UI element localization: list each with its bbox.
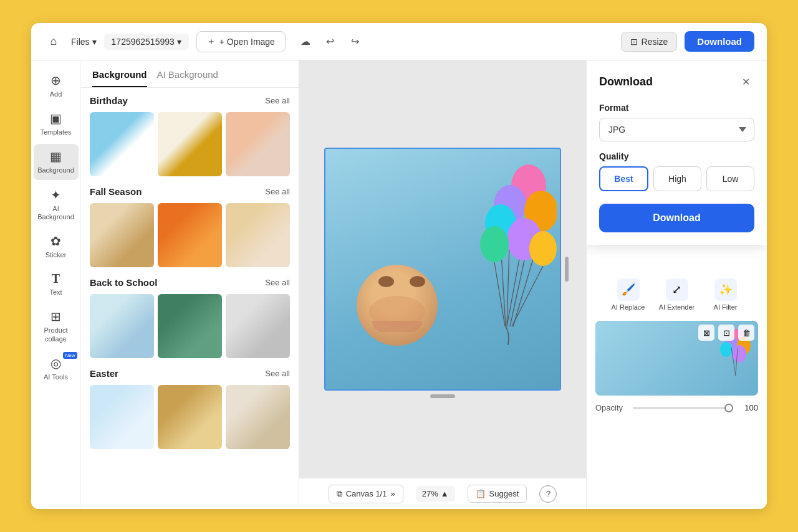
- quality-low-button[interactable]: Low: [706, 166, 754, 191]
- canvas-wrapper: [299, 60, 586, 478]
- sidebar-product-collage-label: Product collage: [40, 326, 72, 343]
- birthday-thumb-1[interactable]: [90, 112, 154, 176]
- sidebar-item-sticker[interactable]: ✿ Sticker: [34, 229, 79, 264]
- resize-button[interactable]: ⊡ Resize: [621, 32, 678, 52]
- download-dialog-button[interactable]: Download: [599, 204, 754, 232]
- section-birthday-header: Birthday See all: [90, 95, 290, 106]
- section-school-see-all[interactable]: See all: [265, 278, 290, 287]
- zoom-chevron-icon: ▲: [441, 489, 449, 498]
- opacity-value: 100: [739, 403, 758, 412]
- files-menu[interactable]: Files ▾: [71, 37, 97, 47]
- fall-thumb-2[interactable]: [158, 203, 222, 267]
- files-label: Files: [71, 37, 90, 47]
- canvas-area: ⧉ Canvas 1/1 » 27% ▲ 📋 Suggest ?: [299, 60, 586, 509]
- tab-ai-background[interactable]: AI Background: [157, 69, 218, 87]
- ai-filter-tool[interactable]: ✨ AI Filter: [704, 278, 748, 311]
- school-thumb-2[interactable]: [158, 294, 222, 358]
- layer-action-2[interactable]: ⊡: [718, 325, 734, 341]
- sidebar-sticker-label: Sticker: [46, 251, 67, 259]
- open-image-label: + Open Image: [219, 37, 275, 47]
- resize-icon: ⊡: [630, 37, 638, 47]
- layer-action-1[interactable]: ⊠: [698, 325, 714, 341]
- zoom-control[interactable]: 27% ▲: [416, 486, 455, 501]
- header-download-button[interactable]: Download: [685, 31, 754, 52]
- ai-filter-label: AI Filter: [714, 303, 738, 311]
- suggest-icon: 📋: [476, 489, 486, 498]
- open-image-icon: ＋: [207, 36, 216, 47]
- sidebar-templates-label: Templates: [40, 128, 71, 136]
- easter-thumb-2[interactable]: [158, 385, 222, 449]
- header: ⌂ Files ▾ 1725962515993 ▾ ＋ + Open Image…: [31, 23, 767, 60]
- vertical-scrollbar[interactable]: [565, 257, 569, 282]
- body-layout: ⊕ Add ▣ Templates ▦ Background ✦ AI Back…: [31, 60, 767, 509]
- fall-thumb-1[interactable]: [90, 203, 154, 267]
- sidebar-item-ai-background[interactable]: ✦ AI Background: [34, 183, 79, 226]
- easter-thumb-3[interactable]: [226, 385, 290, 449]
- cloud-sync-button[interactable]: ☁: [296, 32, 315, 52]
- tab-background[interactable]: Background: [92, 69, 147, 87]
- open-image-button[interactable]: ＋ + Open Image: [196, 31, 286, 52]
- panel-scroll[interactable]: Birthday See all Fall Season: [81, 88, 299, 509]
- sidebar-item-add[interactable]: ⊕ Add: [34, 68, 79, 103]
- easter-thumb-1[interactable]: [90, 385, 154, 449]
- canvas-info-label: Canvas 1/1: [346, 489, 387, 498]
- ai-extender-icon: ⤢: [666, 278, 688, 301]
- birthday-thumb-3[interactable]: [226, 112, 290, 176]
- fall-grid: [90, 203, 290, 267]
- filename-selector[interactable]: 1725962515993 ▾: [104, 34, 189, 50]
- birthday-thumb-2[interactable]: [158, 112, 222, 176]
- format-label: Format: [599, 103, 754, 113]
- easter-grid: [90, 385, 290, 449]
- sidebar-add-label: Add: [50, 90, 62, 98]
- redo-button[interactable]: ↪: [345, 32, 365, 52]
- download-dialog-label: Download: [653, 212, 700, 223]
- templates-icon: ▣: [50, 111, 62, 126]
- section-fall-see-all[interactable]: See all: [265, 187, 290, 196]
- layer-action-delete[interactable]: 🗑: [738, 325, 754, 341]
- canvas-image[interactable]: [324, 148, 561, 391]
- undo-button[interactable]: ↩: [320, 32, 340, 52]
- opacity-handle[interactable]: [724, 404, 733, 412]
- opacity-slider[interactable]: [633, 407, 733, 409]
- sidebar-item-product-collage[interactable]: ⊞ Product collage: [34, 304, 79, 348]
- ai-replace-icon: 🖌️: [617, 278, 640, 301]
- format-select[interactable]: JPG PNG WEBP PDF: [599, 118, 754, 141]
- filename-label: 1725962515993: [112, 37, 175, 47]
- app-container: ⌂ Files ▾ 1725962515993 ▾ ＋ + Open Image…: [0, 0, 798, 532]
- baby-face: [357, 265, 438, 346]
- canvas-info-chevron: »: [390, 489, 395, 498]
- section-birthday-see-all[interactable]: See all: [265, 96, 290, 105]
- ai-tools-row: 🖌️ AI Replace ⤢ AI Extender ✨ AI Filter: [595, 278, 758, 311]
- school-thumb-1[interactable]: [90, 294, 154, 358]
- ai-extender-tool[interactable]: ⤢ AI Extender: [655, 278, 699, 311]
- sidebar-item-templates[interactable]: ▣ Templates: [34, 106, 79, 141]
- quality-best-button[interactable]: Best: [599, 166, 648, 191]
- background-icon: ▦: [50, 149, 62, 164]
- help-button[interactable]: ?: [539, 485, 557, 503]
- quality-buttons: Best High Low: [599, 166, 754, 191]
- horizontal-scrollbar[interactable]: [430, 394, 455, 398]
- suggest-button[interactable]: 📋 Suggest: [468, 485, 527, 503]
- section-fall-title: Fall Season: [90, 186, 142, 197]
- svg-point-12: [480, 226, 509, 262]
- ai-tools-icon: ◎: [50, 356, 61, 371]
- home-button[interactable]: ⌂: [44, 32, 64, 52]
- section-easter-see-all[interactable]: See all: [265, 369, 290, 378]
- help-icon: ?: [546, 489, 550, 498]
- redo-icon: ↪: [351, 36, 359, 47]
- quality-label: Quality: [599, 151, 754, 161]
- sidebar-item-text[interactable]: T Text: [34, 267, 79, 302]
- sidebar-ai-background-label: AI Background: [37, 205, 74, 221]
- sidebar-item-background[interactable]: ▦ Background: [34, 144, 79, 179]
- layers-button[interactable]: ⧉ Canvas 1/1 »: [329, 485, 403, 503]
- dialog-close-button[interactable]: ✕: [737, 73, 754, 90]
- ai-background-icon: ✦: [50, 188, 61, 202]
- main-window: ⌂ Files ▾ 1725962515993 ▾ ＋ + Open Image…: [31, 23, 767, 509]
- ai-replace-tool[interactable]: 🖌️ AI Replace: [607, 278, 650, 311]
- fall-thumb-3[interactable]: [226, 203, 290, 267]
- section-birthday-title: Birthday: [90, 95, 128, 106]
- quality-high-label: High: [668, 174, 686, 184]
- sidebar-item-ai-tools[interactable]: ◎ New AI Tools: [34, 351, 79, 386]
- quality-high-button[interactable]: High: [653, 166, 701, 191]
- school-thumb-3[interactable]: [226, 294, 290, 358]
